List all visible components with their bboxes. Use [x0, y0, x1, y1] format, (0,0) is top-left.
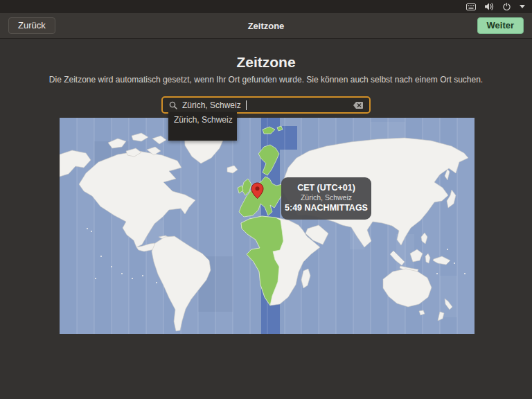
next-button[interactable]: Weiter — [477, 17, 524, 34]
back-button[interactable]: Zurück — [8, 17, 55, 34]
world-map-svg — [60, 118, 475, 334]
search-suggestion-popup: Zürich, Schweiz — [168, 112, 237, 141]
session-menu-caret-icon[interactable] — [520, 5, 525, 8]
page-subtitle: Die Zeitzone wird automatisch gesetzt, w… — [0, 74, 532, 85]
suggestion-item[interactable]: Zürich, Schweiz — [168, 112, 237, 127]
tooltip-location: Zürich, Schweiz — [284, 193, 369, 202]
timezone-map[interactable]: CET (UTC+01) Zürich, Schweiz 5:49 NACHMI… — [60, 118, 475, 334]
keyboard-indicator-icon[interactable] — [466, 3, 476, 10]
headerbar-title: Zeitzone — [0, 21, 532, 31]
volume-icon[interactable] — [485, 3, 494, 10]
headerbar: Zeitzone Zurück Weiter — [0, 13, 532, 39]
location-search-input[interactable]: Zürich, Schweiz — [161, 96, 371, 114]
timezone-tooltip: CET (UTC+01) Zürich, Schweiz 5:49 NACHMI… — [281, 177, 371, 220]
tooltip-time: 5:49 NACHMITTAGS — [284, 203, 369, 213]
page-title: Zeitzone — [0, 54, 532, 71]
power-icon[interactable] — [503, 3, 511, 10]
clear-backspace-icon[interactable] — [353, 102, 363, 109]
text-caret — [246, 100, 247, 110]
search-input-value: Zürich, Schweiz — [182, 100, 241, 110]
search-icon — [169, 101, 177, 109]
tooltip-zone-name: CET (UTC+01) — [284, 183, 369, 193]
system-top-bar — [0, 0, 532, 13]
timezone-page: Zeitzone Die Zeitzone wird automatisch g… — [0, 39, 532, 114]
